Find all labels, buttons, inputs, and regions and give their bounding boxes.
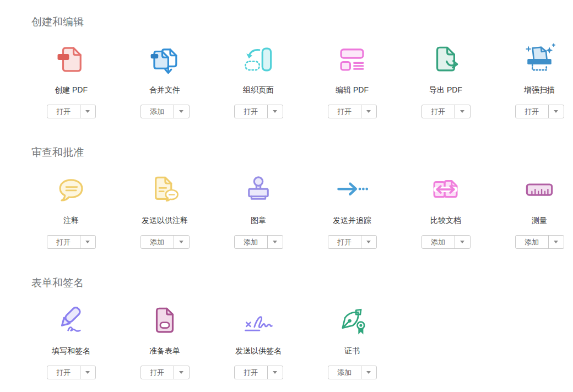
dropdown-button[interactable] xyxy=(455,236,470,248)
section-forms-signatures: 表单和签名 填写和签名 打开 xyxy=(0,276,573,379)
tool-card-combine-files[interactable]: 合并文件 添加 xyxy=(118,43,212,118)
dropdown-button[interactable] xyxy=(549,236,564,248)
dropdown-button[interactable] xyxy=(174,236,189,248)
tool-card-send-and-track[interactable]: 发送并追踪 打开 xyxy=(305,173,399,249)
tool-label: 准备表单 xyxy=(149,346,180,356)
tool-label: 证书 xyxy=(344,346,360,356)
add-button[interactable]: 添加 xyxy=(235,236,268,248)
open-button[interactable]: 打开 xyxy=(47,105,80,118)
chevron-down-icon xyxy=(85,371,90,374)
tool-action-button[interactable]: 添加 xyxy=(515,235,564,249)
chevron-down-icon xyxy=(85,110,90,113)
fill-and-sign-icon xyxy=(54,304,88,337)
open-button[interactable]: 打开 xyxy=(328,105,361,118)
tool-card-compare-documents[interactable]: 比较文档 添加 xyxy=(399,173,493,249)
tool-action-button[interactable]: 添加 xyxy=(421,235,471,249)
tool-label: 注释 xyxy=(63,216,79,225)
open-button[interactable]: 打开 xyxy=(47,366,80,379)
chevron-down-icon xyxy=(366,371,371,374)
open-button[interactable]: 打开 xyxy=(516,105,549,118)
open-button[interactable]: 打开 xyxy=(235,366,268,379)
tool-action-button[interactable]: 打开 xyxy=(140,366,190,379)
tool-grid: 创建 PDF 打开 xyxy=(24,43,573,118)
tool-action-button[interactable]: 打开 xyxy=(47,366,96,379)
tool-label: 增强扫描 xyxy=(524,85,555,95)
tool-card-measure[interactable]: 测量 添加 xyxy=(493,173,573,249)
chevron-down-icon xyxy=(273,371,277,374)
dropdown-button[interactable] xyxy=(549,105,564,118)
open-button[interactable]: 打开 xyxy=(422,105,455,118)
dropdown-button[interactable] xyxy=(455,105,470,118)
dropdown-button[interactable] xyxy=(174,366,189,379)
combine-files-icon xyxy=(148,43,182,76)
chevron-down-icon xyxy=(366,241,371,243)
dropdown-button[interactable] xyxy=(80,236,95,248)
certificates-icon xyxy=(335,304,369,337)
open-button[interactable]: 打开 xyxy=(141,366,174,379)
tool-action-button[interactable]: 打开 xyxy=(421,105,471,118)
tool-action-button[interactable]: 打开 xyxy=(328,235,377,249)
tool-card-create-pdf[interactable]: 创建 PDF 打开 xyxy=(24,43,118,118)
chevron-down-icon xyxy=(460,241,464,243)
chevron-down-icon xyxy=(85,241,90,243)
chevron-down-icon xyxy=(554,110,558,113)
open-button[interactable]: 打开 xyxy=(328,236,361,248)
create-pdf-icon xyxy=(54,43,88,76)
tool-label: 比较文档 xyxy=(430,216,461,225)
section-title: 审查和批准 xyxy=(31,146,573,159)
tool-card-comment[interactable]: 注释 打开 xyxy=(24,173,118,249)
tool-card-organize-pages[interactable]: 组织页面 打开 xyxy=(212,43,305,118)
tool-card-certificates[interactable]: 证书 添加 xyxy=(305,304,399,379)
chevron-down-icon xyxy=(554,241,558,243)
add-button[interactable]: 添加 xyxy=(141,236,174,248)
prepare-form-icon xyxy=(148,304,182,337)
tool-card-send-for-comments[interactable]: 发送以供注释 添加 xyxy=(118,173,212,249)
tool-action-button[interactable]: 添加 xyxy=(328,366,377,379)
chevron-down-icon xyxy=(366,110,371,113)
dropdown-button[interactable] xyxy=(361,105,376,118)
add-button[interactable]: 添加 xyxy=(422,236,455,248)
edit-pdf-icon xyxy=(335,43,369,76)
dropdown-button[interactable] xyxy=(268,366,283,379)
tools-page: 创建和编辑 创建 PDF 打开 xyxy=(0,0,573,379)
tool-label: 导出 PDF xyxy=(429,85,462,95)
tool-action-button[interactable]: 打开 xyxy=(515,105,564,118)
tool-label: 发送以供注释 xyxy=(142,216,188,225)
open-button[interactable]: 打开 xyxy=(235,105,268,118)
tool-card-stamp[interactable]: 图章 添加 xyxy=(212,173,305,249)
chevron-down-icon xyxy=(273,110,277,113)
dropdown-button[interactable] xyxy=(268,105,283,118)
add-button[interactable]: 添加 xyxy=(141,105,174,118)
section-title: 创建和编辑 xyxy=(31,15,573,29)
tool-action-button[interactable]: 打开 xyxy=(47,105,96,118)
dropdown-button[interactable] xyxy=(174,105,189,118)
tool-action-button[interactable]: 添加 xyxy=(140,235,190,249)
tool-grid: 填写和签名 打开 准备表单 打开 xyxy=(24,304,573,379)
tool-action-button[interactable]: 添加 xyxy=(234,235,283,249)
tool-action-button[interactable]: 打开 xyxy=(328,105,377,118)
tool-card-export-pdf[interactable]: 导出 PDF 打开 xyxy=(399,43,493,118)
organize-pages-icon xyxy=(241,43,275,76)
tool-action-button[interactable]: 打开 xyxy=(234,366,283,379)
tool-action-button[interactable]: 打开 xyxy=(234,105,283,118)
tool-label: 创建 PDF xyxy=(55,85,88,95)
dropdown-button[interactable] xyxy=(80,366,95,379)
dropdown-button[interactable] xyxy=(80,105,95,118)
chevron-down-icon xyxy=(179,241,183,243)
tool-action-button[interactable]: 添加 xyxy=(140,105,190,118)
tool-card-edit-pdf[interactable]: 编辑 PDF 打开 xyxy=(305,43,399,118)
dropdown-button[interactable] xyxy=(361,236,376,248)
tool-card-prepare-form[interactable]: 准备表单 打开 xyxy=(118,304,212,379)
tool-label: 编辑 PDF xyxy=(336,85,369,95)
send-and-track-icon xyxy=(335,173,369,206)
tool-card-fill-and-sign[interactable]: 填写和签名 打开 xyxy=(24,304,118,379)
tool-label: 填写和签名 xyxy=(52,346,90,356)
add-button[interactable]: 添加 xyxy=(516,236,549,248)
tool-card-send-for-signature[interactable]: 发送以供签名 打开 xyxy=(212,304,305,379)
add-button[interactable]: 添加 xyxy=(328,366,361,379)
dropdown-button[interactable] xyxy=(268,236,283,248)
dropdown-button[interactable] xyxy=(361,366,376,379)
tool-action-button[interactable]: 打开 xyxy=(47,235,96,249)
tool-card-enhance-scans[interactable]: 增强扫描 打开 xyxy=(493,43,573,118)
open-button[interactable]: 打开 xyxy=(47,236,80,248)
